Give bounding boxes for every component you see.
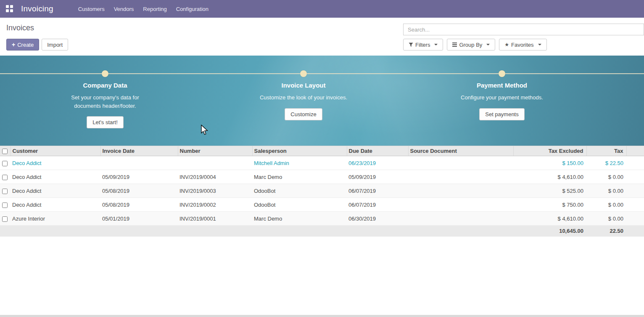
cell-spacer xyxy=(626,170,644,184)
app-title[interactable]: Invoicing xyxy=(21,4,53,13)
bottom-scrollbar-strip[interactable] xyxy=(0,315,644,317)
top-navbar: Invoicing Customers Vendors Reporting Co… xyxy=(0,0,644,18)
cell-customer[interactable]: Deco Addict xyxy=(11,170,100,184)
cell-tax[interactable]: $ 0.00 xyxy=(586,170,626,184)
cell-tax[interactable]: $ 22.50 xyxy=(586,156,626,170)
table-header-row: Customer Invoice Date Number Salesperson… xyxy=(0,146,644,156)
cell-source-document[interactable] xyxy=(408,170,513,184)
navbar-menus: Customers Vendors Reporting Configuratio… xyxy=(74,3,213,15)
cell-invoice-date[interactable]: 05/01/2019 xyxy=(100,212,178,226)
cell-source-document[interactable] xyxy=(408,156,513,170)
table-row[interactable]: Deco Addict 05/08/2019 INV/2019/0002 Odo… xyxy=(0,198,644,212)
customize-button[interactable]: Customize xyxy=(285,108,322,120)
column-header-tax[interactable]: Tax xyxy=(586,146,626,156)
cell-due-date[interactable]: 06/23/2019 xyxy=(347,156,408,170)
apps-icon-square xyxy=(10,5,13,8)
column-header-salesperson[interactable]: Salesperson xyxy=(252,146,347,156)
cell-tax-excluded[interactable]: $ 4,610.00 xyxy=(513,170,586,184)
create-button-label: Create xyxy=(17,42,34,48)
column-header-tax-excluded[interactable]: Tax Excluded xyxy=(513,146,586,156)
menu-vendors[interactable]: Vendors xyxy=(109,3,139,15)
apps-menu-icon[interactable] xyxy=(6,5,13,13)
import-button[interactable]: Import xyxy=(42,39,68,51)
cell-spacer xyxy=(626,198,644,212)
create-button[interactable]: + Create xyxy=(6,39,39,51)
row-checkbox[interactable] xyxy=(2,175,8,180)
cell-due-date[interactable]: 06/07/2019 xyxy=(347,184,408,198)
cell-tax[interactable]: $ 0.00 xyxy=(586,198,626,212)
column-header-customer[interactable]: Customer xyxy=(11,146,100,156)
search-option-buttons: Filters Group By ★ Favorites xyxy=(403,39,644,51)
menu-configuration[interactable]: Configuration xyxy=(172,3,213,15)
step-description: Configure your payment methods. xyxy=(457,93,547,102)
cell-due-date[interactable]: 06/30/2019 xyxy=(347,212,408,226)
onboarding-progress-line xyxy=(0,73,644,74)
column-header-number[interactable]: Number xyxy=(178,146,252,156)
cell-salesperson[interactable]: OdooBot xyxy=(252,184,347,198)
filters-button[interactable]: Filters xyxy=(403,39,443,51)
cell-due-date[interactable]: 05/09/2019 xyxy=(347,170,408,184)
cell-source-document[interactable] xyxy=(408,184,513,198)
cell-salesperson[interactable]: Mitchell Admin xyxy=(252,156,347,170)
cell-salesperson[interactable]: OdooBot xyxy=(252,198,347,212)
table-row[interactable]: Deco Addict Mitchell Admin 06/23/2019 $ … xyxy=(0,156,644,170)
footer-spacer xyxy=(0,226,513,237)
group-by-button[interactable]: Group By xyxy=(447,39,495,51)
cell-tax-excluded[interactable]: $ 150.00 xyxy=(513,156,586,170)
favorites-button[interactable]: ★ Favorites xyxy=(499,39,546,51)
cell-tax[interactable]: $ 0.00 xyxy=(586,212,626,226)
control-panel: Invoices + Create Import Filters Group B… xyxy=(0,18,644,56)
invoice-list-table: Customer Invoice Date Number Salesperson… xyxy=(0,146,644,237)
cell-tax-excluded[interactable]: $ 4,610.00 xyxy=(513,212,586,226)
step-title: Invoice Layout xyxy=(236,82,371,89)
column-header-source-document[interactable]: Source Document xyxy=(408,146,513,156)
onboarding-step-payment-method: Payment Method Configure your payment me… xyxy=(435,82,569,120)
column-header-due-date[interactable]: Due Date xyxy=(347,146,408,156)
table-row[interactable]: Deco Addict 05/09/2019 INV/2019/0004 Mar… xyxy=(0,170,644,184)
menu-customers[interactable]: Customers xyxy=(74,3,109,15)
cell-invoice-date[interactable]: 05/09/2019 xyxy=(100,170,178,184)
cell-number[interactable]: INV/2019/0004 xyxy=(178,170,252,184)
cell-tax[interactable]: $ 0.00 xyxy=(586,184,626,198)
cell-source-document[interactable] xyxy=(408,198,513,212)
cell-tax-excluded[interactable]: $ 750.00 xyxy=(513,198,586,212)
cell-number[interactable]: INV/2019/0001 xyxy=(178,212,252,226)
row-checkbox[interactable] xyxy=(2,202,8,208)
cell-customer[interactable]: Deco Addict xyxy=(11,156,100,170)
cell-number[interactable]: INV/2019/0002 xyxy=(178,198,252,212)
row-checkbox-cell xyxy=(0,156,11,170)
cell-salesperson[interactable]: Marc Demo xyxy=(252,212,347,226)
chevron-down-icon xyxy=(486,44,490,45)
step-description: Set your company's data for documents he… xyxy=(60,93,150,110)
chevron-down-icon xyxy=(434,44,438,45)
table-row[interactable]: Deco Addict 05/08/2019 INV/2019/0003 Odo… xyxy=(0,184,644,198)
cell-number[interactable] xyxy=(178,156,252,170)
table-row[interactable]: Azure Interior 05/01/2019 INV/2019/0001 … xyxy=(0,212,644,226)
cell-invoice-date[interactable] xyxy=(100,156,178,170)
onboarding-step-dot-1 xyxy=(102,70,108,77)
cell-customer[interactable]: Deco Addict xyxy=(11,198,100,212)
column-header-invoice-date[interactable]: Invoice Date xyxy=(100,146,178,156)
cell-tax-excluded[interactable]: $ 525.00 xyxy=(513,184,586,198)
search-input[interactable] xyxy=(403,24,644,35)
cell-number[interactable]: INV/2019/0003 xyxy=(178,184,252,198)
row-checkbox-cell xyxy=(0,170,11,184)
cell-invoice-date[interactable]: 05/08/2019 xyxy=(100,198,178,212)
cell-due-date[interactable]: 06/07/2019 xyxy=(347,198,408,212)
row-checkbox[interactable] xyxy=(2,161,8,166)
set-payments-button[interactable]: Set payments xyxy=(479,108,525,120)
cell-source-document[interactable] xyxy=(408,212,513,226)
menu-reporting[interactable]: Reporting xyxy=(138,3,171,15)
cell-customer[interactable]: Azure Interior xyxy=(11,212,100,226)
tax-excluded-total: 10,645.00 xyxy=(513,226,586,237)
cell-salesperson[interactable]: Marc Demo xyxy=(252,170,347,184)
cell-spacer xyxy=(626,212,644,226)
row-checkbox[interactable] xyxy=(2,189,8,194)
row-checkbox[interactable] xyxy=(2,216,8,222)
cell-customer[interactable]: Deco Addict xyxy=(11,184,100,198)
action-buttons: + Create Import xyxy=(6,39,68,51)
lets-start-button[interactable]: Let's start! xyxy=(87,116,124,128)
select-all-checkbox[interactable] xyxy=(2,149,8,154)
cell-invoice-date[interactable]: 05/08/2019 xyxy=(100,184,178,198)
apps-icon-square xyxy=(6,9,9,12)
